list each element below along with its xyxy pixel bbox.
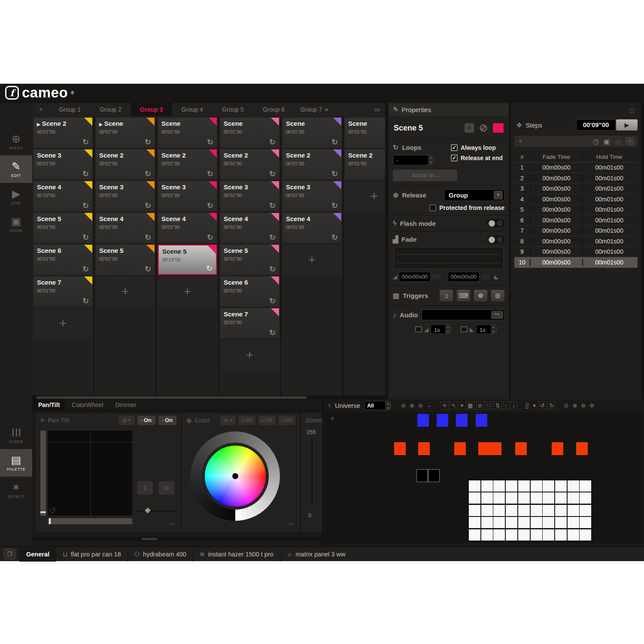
speed-slider[interactable] — [136, 510, 177, 511]
paste-step-icon[interactable]: ▤ — [615, 137, 621, 146]
scene-card[interactable]: Scene 300'01"00↻ — [158, 181, 217, 211]
speed-slider-handle[interactable] — [145, 507, 151, 513]
step-fade-time[interactable]: 00m00s00 — [531, 227, 583, 234]
color-off-button-1[interactable]: •Off — [239, 416, 255, 425]
scene-card[interactable]: Scene 200'01"00↻ — [220, 149, 279, 179]
jump-to-button[interactable]: Jump to... — [393, 170, 457, 181]
matrix-cell[interactable] — [568, 480, 579, 492]
matrix-cell[interactable] — [568, 505, 579, 516]
palette-tab-pan-tilt[interactable]: Pan/Tilt — [32, 399, 66, 410]
scene-hidden-icon[interactable]: ⊘ — [479, 122, 488, 134]
step-row[interactable]: 600m00s0000m01s00 — [514, 215, 638, 226]
step-fade-time[interactable]: 00m00s00 — [531, 185, 583, 192]
zoom-reset-icon[interactable]: ⊘ — [417, 402, 424, 409]
fixture-par-can[interactable] — [418, 442, 430, 455]
matrix-cell[interactable] — [580, 517, 591, 528]
center-target-button[interactable]: ⊕ — [158, 481, 174, 495]
scene-card[interactable]: Scene 400'01"00↻ — [96, 213, 155, 243]
matrix-cell[interactable] — [481, 517, 493, 528]
window-layout-button[interactable]: ❐ — [4, 549, 15, 559]
matrix-cell[interactable] — [580, 505, 591, 516]
scene-card[interactable]: ▶Scene 200'01"00↻ — [33, 118, 92, 148]
matrix-cell[interactable] — [469, 505, 480, 516]
move-down-icon[interactable]: ↓ — [510, 401, 517, 410]
release-mode-select[interactable]: Group ▼ — [444, 189, 504, 201]
tilt-on-button[interactable]: •On — [158, 416, 176, 425]
step-row[interactable]: 500m00s0000m01s00 — [514, 205, 638, 216]
step-hold-time[interactable]: 00m01s00 — [583, 185, 635, 192]
step-hold-time[interactable]: 00m01s00 — [583, 175, 635, 182]
palette-tab-dimmer[interactable]: Dimmer — [109, 399, 142, 410]
step-row[interactable]: 400m00s0000m01s00 — [514, 194, 638, 205]
chevron-down-icon[interactable]: ▼ — [494, 191, 503, 200]
redo-icon[interactable]: ↻ — [548, 401, 556, 410]
matrix-cell[interactable] — [518, 529, 530, 541]
matrix-cell[interactable] — [518, 505, 530, 516]
add-scene-button[interactable]: + — [283, 245, 341, 275]
matrix-cell[interactable] — [580, 529, 591, 541]
fade-out-time-input[interactable]: 00m00s00 — [448, 272, 480, 282]
select-dropdown-icon[interactable]: ▾ — [459, 402, 465, 409]
pan-on-button[interactable]: •On — [137, 416, 155, 425]
audio-fade-out-checkbox[interactable]: ✓ — [461, 326, 468, 332]
zoom-out-icon[interactable]: ⊖ — [400, 402, 407, 409]
matrix-cell[interactable] — [506, 505, 517, 516]
matrix-cell[interactable] — [531, 517, 542, 528]
add-fixture-button[interactable]: + — [330, 414, 335, 423]
scatter-icon[interactable]: ∷ — [485, 401, 492, 410]
sidebar-item-palette[interactable]: ▤PALETTE — [0, 449, 32, 477]
fixture-hydrabeam[interactable] — [437, 414, 448, 427]
fixture-par-can[interactable] — [552, 442, 563, 455]
add-scene-button[interactable]: + — [220, 340, 279, 370]
scene-card[interactable]: Scene00'01"00↻ — [158, 118, 217, 148]
power-list-icon[interactable]: ⊜ — [580, 402, 587, 409]
matrix-cell[interactable] — [481, 505, 493, 516]
matrix-cell[interactable] — [493, 492, 505, 504]
undo-icon[interactable]: ↺ — [538, 401, 547, 410]
delete-step-button[interactable]: ✕ — [626, 137, 634, 145]
audio-browse-button[interactable]: ••• — [491, 311, 503, 319]
pan-tilt-xy-pad[interactable]: ↺ — [48, 431, 132, 516]
fixture-tab-hydrabeam-400[interactable]: ⚇hydrabeam 400 — [128, 547, 193, 562]
matrix-cell[interactable] — [555, 480, 567, 492]
snap-grid-icon[interactable]: ⣿ — [524, 402, 531, 409]
scene-card[interactable]: Scene 200'01"00↻ — [345, 149, 385, 179]
tab-group-7[interactable]: Group 7✕ — [294, 103, 335, 116]
audio-fade-out-value[interactable]: 1s — [477, 325, 491, 334]
matrix-cell[interactable] — [481, 480, 493, 492]
sidebar-item-show[interactable]: ▣SHOW — [0, 210, 32, 238]
always-loop-checkbox[interactable]: ✓ — [451, 144, 458, 151]
matrix-cell[interactable] — [518, 480, 530, 492]
fixture-hazer[interactable] — [428, 469, 440, 482]
matrix-cell[interactable] — [568, 517, 579, 528]
scene-card[interactable]: Scene 300'01"00↻ — [33, 149, 92, 179]
scene-card[interactable]: Scene 300'01"00↻ — [96, 181, 155, 211]
matrix-cell[interactable] — [506, 529, 517, 541]
reset-position-icon[interactable]: ↺ — [49, 505, 56, 516]
midi-trigger-button[interactable]: ♫ — [440, 290, 453, 301]
matrix-cell[interactable] — [543, 505, 554, 516]
scene-card[interactable]: Scene 200'01"00↻ — [158, 149, 217, 179]
grid-select-icon[interactable]: ▦ — [466, 401, 474, 410]
scene-name[interactable]: Scene 5 — [394, 124, 465, 133]
audio-fade-in-value[interactable]: 1s — [431, 325, 445, 334]
step-fade-time[interactable]: 00m00s00 — [531, 217, 583, 224]
preview-glasses-icon[interactable]: ∞ — [374, 103, 380, 116]
tilt-slider-handle[interactable] — [40, 511, 46, 513]
select-tool-icon[interactable]: ↖ — [450, 401, 458, 410]
tab-group-4[interactable]: Group 4 — [172, 103, 213, 116]
deselect-icon[interactable]: ⊘ — [476, 401, 484, 410]
protected-from-release-checkbox[interactable]: ✓ — [429, 204, 436, 211]
matrix-cell[interactable] — [568, 529, 579, 541]
fade-toggle[interactable] — [487, 236, 504, 243]
fixture-tab-instant-hazer-1500-t-pro[interactable]: ≋instant hazer 1500 t pro — [193, 547, 280, 562]
step-fade-time[interactable]: 00m00s00 — [531, 259, 583, 266]
matrix-cell[interactable] — [543, 480, 554, 492]
copy-step-icon[interactable]: ▣ — [604, 137, 610, 146]
steps-play-button[interactable]: ▶ — [616, 119, 638, 131]
matrix-cell[interactable] — [555, 492, 567, 504]
scene-card[interactable]: Scene 700'01"00↻ — [33, 276, 92, 307]
loops-count-value[interactable]: - — [393, 155, 428, 165]
fixture-tab-matrix-panel-3-ww[interactable]: ☼matrix panel 3 ww — [280, 547, 352, 562]
release-at-end-checkbox[interactable]: ✓ — [451, 155, 458, 161]
